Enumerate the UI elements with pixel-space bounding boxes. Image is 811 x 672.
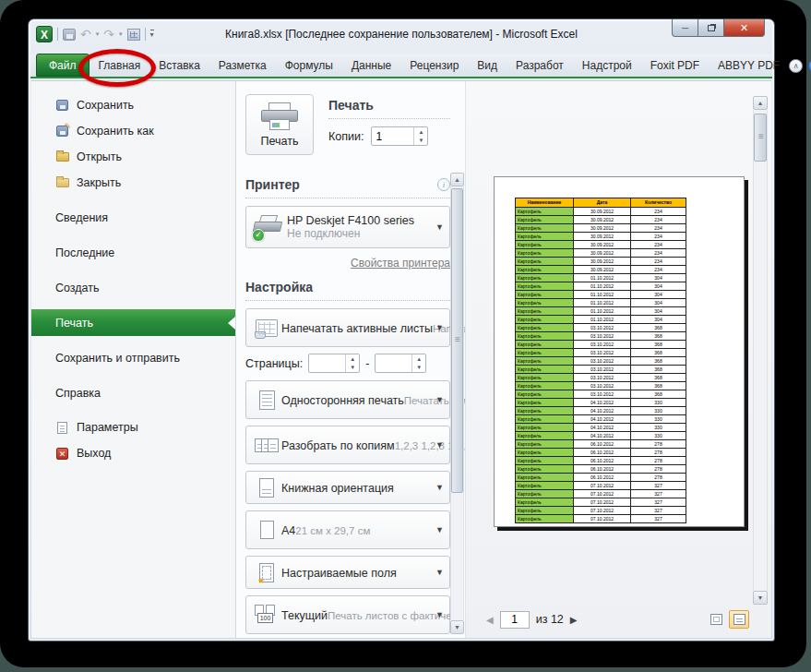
table-row: Картофель06.10.2012278	[516, 449, 686, 457]
dropdown-title: Односторонняя печать	[281, 394, 404, 407]
sidebar-item-10[interactable]: Параметры	[31, 414, 235, 440]
ribbon-tab-10[interactable]: Foxit PDF	[641, 54, 709, 77]
print-button[interactable]: Печать	[245, 94, 314, 155]
save-icon	[55, 100, 69, 111]
scrollbar-track[interactable]	[753, 110, 768, 591]
sidebar-item-9[interactable]: Справка	[31, 379, 235, 406]
dropdown-title: Книжная ориентация	[281, 482, 394, 495]
sidebar-item-label: Печать	[55, 317, 93, 330]
table-row: Картофель06.10.2012278	[516, 440, 686, 449]
dropdown-subtitle: 21 см x 29,7 см	[295, 525, 370, 536]
dropdown-margins[interactable]: Настраиваемые поля▼	[245, 556, 450, 589]
page-from-input[interactable]	[309, 354, 345, 372]
sidebar-item-2[interactable]: Открыть	[31, 144, 235, 170]
scrollbar-track[interactable]	[450, 186, 464, 620]
sidebar-item-0[interactable]: Сохранить	[31, 92, 235, 118]
preview-scrollbar[interactable]: ▲ ▼	[753, 96, 768, 605]
spin-up-icon: ▲	[414, 127, 427, 137]
table-row: Картофель03.10.2012368	[516, 349, 686, 357]
ribbon-tab-3[interactable]: Разметка	[209, 54, 276, 77]
printer-properties-link[interactable]: Свойства принтера	[351, 257, 450, 270]
printer-name: HP Deskjet F4100 series	[287, 214, 435, 227]
open-folder-icon	[55, 152, 69, 162]
chevron-down-icon: ▼	[435, 323, 444, 332]
ribbon-tab-11[interactable]: ABBYY PDF	[709, 54, 789, 77]
ribbon-tab-4[interactable]: Формулы	[276, 54, 342, 77]
sidebar-item-label: Открыть	[77, 150, 122, 163]
ribbon-tab-7[interactable]: Вид	[468, 54, 507, 77]
one-sided-icon	[252, 390, 281, 410]
ribbon-tab-0[interactable]: Файл	[36, 54, 89, 77]
page-to-input[interactable]	[376, 354, 411, 372]
sidebar-item-6[interactable]: Создать	[31, 274, 235, 301]
current-page-input[interactable]	[500, 611, 530, 629]
scrollbar-thumb[interactable]	[451, 188, 463, 493]
ribbon-tab-8[interactable]: Разработ	[507, 54, 573, 77]
page-from-stepper[interactable]: ▲▼	[308, 354, 360, 373]
ribbon-right-controls: ∧ ? ─ ⧉ ✕	[789, 59, 811, 77]
settings-scrollbar[interactable]: ▲ ▼	[450, 173, 464, 634]
sidebar-item-11[interactable]: ✕Выход	[31, 440, 235, 466]
copies-input[interactable]	[372, 127, 413, 145]
show-margins-button[interactable]	[706, 610, 726, 629]
sidebar-item-4[interactable]: Сведения	[31, 204, 235, 231]
maximize-button[interactable]	[698, 19, 723, 37]
dropdown-print-area[interactable]: Напечатать активные листыНапечатать толь…	[245, 308, 450, 347]
dropdown-sides[interactable]: Односторонняя печатьПечатать только на о…	[245, 380, 450, 419]
divider	[245, 300, 450, 301]
next-page-icon[interactable]: ▶	[570, 615, 578, 625]
minimize-button[interactable]: ─	[672, 19, 698, 37]
ribbon-tab-9[interactable]: Надстрой	[573, 54, 641, 77]
sidebar-item-label: Параметры	[77, 421, 138, 434]
ribbon-tab-2[interactable]: Вставка	[149, 54, 209, 77]
chevron-down-icon: ▼	[435, 525, 444, 534]
ribbon-tab-1[interactable]: Главная	[89, 54, 150, 77]
dropdown-orientation[interactable]: Книжная ориентация▼	[245, 471, 450, 504]
sidebar-item-label: Сохранить	[77, 99, 134, 112]
dropdown-paper-size[interactable]: A421 см x 29,7 см▼	[245, 510, 450, 549]
copies-stepper[interactable]: ▲▼	[371, 126, 428, 146]
chevron-down-icon: ▼	[435, 395, 444, 404]
exit-icon: ✕	[55, 448, 69, 460]
sidebar-item-3[interactable]: Закрыть	[31, 170, 235, 196]
printer-dropdown[interactable]: ✓ HP Deskjet F4100 series Не подключен ▼	[245, 206, 450, 248]
page-to-stepper[interactable]: ▲▼	[375, 354, 426, 373]
table-row: Картофель01.10.2012304	[516, 291, 686, 299]
printer-status: Не подключен	[287, 227, 435, 240]
ribbon-tab-row: ФайлГлавнаяВставкаРазметкаФормулыДанныеР…	[30, 54, 772, 78]
scroll-up-icon[interactable]: ▲	[753, 96, 768, 110]
previous-page-icon[interactable]: ◀	[486, 615, 494, 625]
ribbon-tab-5[interactable]: Данные	[342, 54, 400, 77]
preview-navigation: ◀ из 12 ▶	[486, 609, 749, 630]
table-row: Картофель03.10.2012368	[516, 390, 686, 399]
collapse-ribbon-icon[interactable]: ∧	[789, 59, 803, 73]
zoom-to-page-button[interactable]	[729, 610, 749, 629]
info-icon[interactable]: i	[437, 178, 450, 191]
sidebar-item-label: Создать	[55, 282, 100, 294]
table-row: Картофель01.10.2012304	[516, 316, 686, 324]
spin-down-icon: ▼	[414, 137, 427, 146]
ribbon-tab-6[interactable]: Рецензир	[400, 54, 468, 77]
scroll-up-icon[interactable]: ▲	[450, 173, 464, 186]
title-bar: X ↶▾ ↷▾ ▾ Книга8.xlsx [Последнее сохране…	[29, 19, 774, 54]
sidebar-item-8[interactable]: Сохранить и отправить	[31, 344, 235, 371]
table-row: Картофель03.10.2012368	[516, 382, 686, 390]
table-row: Картофель06.10.2012278	[516, 465, 686, 474]
print-button-label: Печать	[261, 135, 299, 148]
chevron-down-icon: ▼	[435, 568, 444, 577]
chevron-down-icon: ▼	[435, 440, 444, 450]
sidebar-item-5[interactable]: Последние	[31, 239, 235, 266]
copies-spin-arrows[interactable]: ▲▼	[413, 127, 427, 145]
sidebar-item-7[interactable]: Печать	[31, 309, 235, 336]
dropdown-title: A4	[281, 524, 295, 537]
scroll-down-icon[interactable]: ▼	[753, 591, 768, 605]
close-button[interactable]: ✕	[723, 19, 765, 37]
scrollbar-thumb[interactable]	[754, 114, 767, 162]
sidebar-item-1[interactable]: Сохранить как	[31, 118, 235, 144]
zoom-page-icon	[733, 614, 745, 625]
scroll-down-icon[interactable]: ▼	[450, 620, 464, 634]
printer-icon	[261, 102, 298, 130]
dropdown-collate[interactable]: Разобрать по копиям1,2,3 1,2,3 1,2,3▼	[245, 426, 450, 464]
chevron-down-icon: ▼	[435, 483, 444, 492]
dropdown-scaling[interactable]: 100ТекущийПечать листов с фактическ...▼	[245, 595, 450, 634]
